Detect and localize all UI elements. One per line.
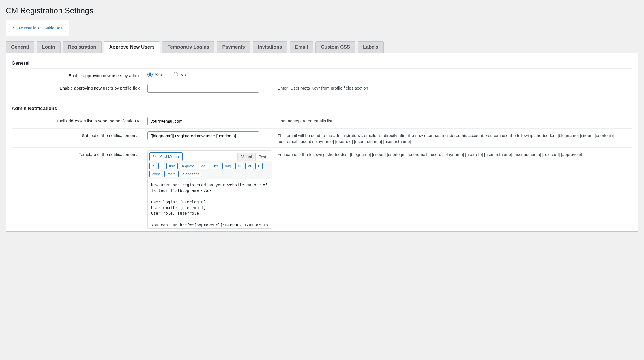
tab-approve-new-users[interactable]: Approve New Users	[104, 41, 160, 53]
row-template: Template of the notification email: Add …	[12, 147, 632, 231]
qt-del-button[interactable]: del	[199, 163, 209, 169]
add-media-button[interactable]: Add Media	[149, 152, 183, 161]
row-enable-profile: Enable approving new users by profile fi…	[12, 81, 632, 96]
media-icon	[153, 154, 158, 159]
radio-enable-admin-yes[interactable]: Yes	[147, 72, 162, 77]
radio-enable-admin-no-input[interactable]	[173, 72, 178, 77]
tab-general[interactable]: General	[6, 41, 34, 53]
template-editor-textarea[interactable]	[148, 179, 272, 227]
input-subject[interactable]	[147, 131, 259, 140]
radio-label-yes: Yes	[155, 72, 162, 77]
settings-tabs: General Login Registration Approve New U…	[6, 41, 638, 53]
tab-payments[interactable]: Payments	[217, 41, 250, 53]
settings-panel: General Enable approving new users by ad…	[6, 53, 638, 232]
tab-login[interactable]: Login	[37, 41, 60, 53]
label-template: Template of the notification email:	[12, 150, 142, 157]
row-emails-list: Email addresses list to send the notific…	[12, 114, 632, 128]
editor-tab-text[interactable]: Text	[255, 153, 270, 161]
label-enable-admin: Enable approving new users by admin:	[12, 71, 142, 78]
radio-label-no: No	[180, 72, 186, 77]
tab-registration[interactable]: Registration	[63, 41, 102, 53]
section-admin-notifications-title: Admin Notifications	[12, 106, 632, 111]
label-emails-list: Email addresses list to send the notific…	[12, 117, 142, 123]
tab-invitations[interactable]: Invitations	[253, 41, 287, 53]
row-subject: Subject of the notification email: This …	[12, 128, 632, 147]
show-installation-guide-button[interactable]: Show Installation Guide Box	[9, 24, 66, 32]
qt-close-tags-button[interactable]: close tags	[180, 171, 202, 177]
radio-enable-admin-no[interactable]: No	[173, 72, 186, 77]
qt-bquote-button[interactable]: b-quote	[179, 163, 197, 169]
editor-tab-visual[interactable]: Visual	[237, 153, 256, 161]
section-general-title: General	[12, 60, 632, 66]
add-media-label: Add Media	[160, 154, 179, 159]
row-enable-admin: Enable approving new users by admin: Yes…	[12, 68, 632, 81]
tab-labels[interactable]: Labels	[358, 41, 384, 53]
tab-custom-css[interactable]: Custom CSS	[315, 41, 355, 53]
qt-ins-button[interactable]: ins	[211, 163, 221, 169]
tab-temporary-logins[interactable]: Temporary Logins	[162, 41, 214, 53]
input-emails-list[interactable]	[147, 117, 259, 125]
radio-enable-admin-yes-input[interactable]	[147, 72, 153, 77]
editor-top: Add Media Visual Text	[148, 151, 272, 161]
qt-code-button[interactable]: code	[149, 171, 163, 177]
qt-bold-button[interactable]: b	[149, 163, 157, 169]
tab-email[interactable]: Email	[290, 41, 313, 53]
radio-group-enable-admin: Yes No	[147, 71, 272, 77]
input-profile-field[interactable]	[147, 84, 259, 93]
qt-more-button[interactable]: more	[164, 171, 179, 177]
editor-wrap: Add Media Visual Text b i link b-quote d…	[147, 150, 272, 229]
qt-img-button[interactable]: img	[222, 163, 234, 169]
qt-li-button[interactable]: li	[255, 163, 263, 169]
help-template: You can use the following shortcodes: [b…	[278, 150, 632, 157]
guide-box-wrap: Show Installation Guide Box	[6, 20, 69, 36]
help-emails-list: Comma separated emails list.	[278, 117, 632, 124]
editor-mode-tabs: Visual Text	[238, 153, 270, 161]
label-enable-profile: Enable approving new users by profile fi…	[12, 84, 142, 90]
help-subject: This email will be send to the administr…	[278, 131, 632, 144]
page-title: CM Registration Settings	[6, 6, 638, 15]
qt-italic-button[interactable]: i	[158, 163, 165, 169]
help-enable-profile: Enter "User Meta Key" from profile field…	[278, 84, 632, 91]
qt-ol-button[interactable]: ol	[245, 163, 254, 169]
qt-ul-button[interactable]: ul	[235, 163, 244, 169]
label-subject: Subject of the notification email:	[12, 131, 142, 138]
help-enable-admin	[278, 71, 632, 73]
quicktags-toolbar: b i link b-quote del ins img ul ol li co…	[148, 161, 272, 179]
qt-link-button[interactable]: link	[166, 163, 178, 169]
